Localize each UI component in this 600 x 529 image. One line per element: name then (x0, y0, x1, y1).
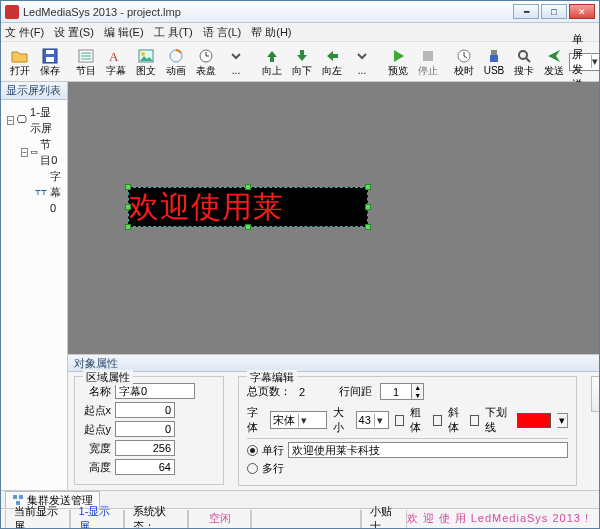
tb-open[interactable]: 打开 (5, 44, 35, 80)
save-icon (41, 48, 59, 64)
svg-text:A: A (109, 49, 119, 64)
tb-open-label: 打开 (10, 65, 30, 76)
tb-left[interactable]: 向左 (317, 44, 347, 80)
field-y[interactable] (115, 421, 175, 437)
tb-preview[interactable]: 预览 (383, 44, 413, 80)
field-x[interactable] (115, 402, 175, 418)
resize-handle[interactable] (365, 184, 371, 190)
svg-point-20 (519, 51, 527, 59)
tb-anim-label: 动画 (166, 65, 186, 76)
tree-node-screen[interactable]: − 🖵 1-显示屏 (7, 104, 61, 136)
list-icon (77, 48, 95, 64)
text-A-icon: A (107, 48, 125, 64)
status-helper[interactable]: 小贴士 (361, 510, 407, 528)
text-T-icon: ᴛᴛ (35, 184, 47, 200)
screen-tree[interactable]: − 🖵 1-显示屏 − ▭ 节目0 ᴛᴛ 字幕0 (1, 100, 67, 490)
font-combo[interactable]: 宋体▾ (270, 411, 327, 429)
size-value: 43 (359, 414, 371, 426)
app-icon (5, 5, 19, 19)
menu-setting[interactable]: 设 置(S) (54, 25, 94, 40)
open-file-button[interactable]: 打开 (591, 376, 600, 412)
tree-node-subtitle[interactable]: ᴛᴛ 字幕0 (35, 168, 61, 216)
tree-node-program[interactable]: − ▭ 节目0 (21, 136, 61, 168)
linespace-value[interactable] (381, 384, 411, 399)
chevron-down-icon (355, 48, 369, 64)
resize-handle[interactable] (245, 224, 251, 230)
tb-timing[interactable]: 校时 (449, 44, 479, 80)
size-combo[interactable]: 43▾ (356, 411, 389, 429)
resize-handle[interactable] (125, 184, 131, 190)
tb-stop[interactable]: 停止 (413, 44, 443, 80)
menu-tool[interactable]: 工 具(T) (154, 25, 193, 40)
chevron-down-icon[interactable]: ▾ (557, 413, 568, 428)
italic-check[interactable] (433, 415, 442, 426)
chevron-down-icon: ▾ (591, 55, 598, 68)
color-picker[interactable] (517, 413, 551, 428)
tb-image[interactable]: 图文 (131, 44, 161, 80)
tb-usb[interactable]: USB (479, 44, 509, 80)
tb-more-label: ... (232, 65, 240, 76)
font-value: 宋体 (273, 413, 295, 428)
resize-handle[interactable] (365, 224, 371, 230)
svg-rect-2 (46, 50, 54, 54)
resize-handle[interactable] (245, 184, 251, 190)
spin-down[interactable]: ▼ (411, 392, 423, 400)
tb-subtitle[interactable]: A字幕 (101, 44, 131, 80)
collapse-icon[interactable]: − (7, 116, 14, 125)
status-idle: 空闲 (188, 510, 250, 528)
preview-canvas[interactable]: 欢迎使用莱 (68, 82, 600, 354)
field-h[interactable] (115, 459, 175, 475)
field-name[interactable] (115, 383, 195, 399)
minimize-button[interactable]: ━ (513, 4, 539, 19)
tree-header: 显示屏列表 (1, 82, 67, 100)
clock-small-icon (456, 48, 472, 64)
tb-down[interactable]: 向下 (287, 44, 317, 80)
tb-dial[interactable]: 表盘 (191, 44, 221, 80)
tb-timing-label: 校时 (454, 65, 474, 76)
tb-program[interactable]: 节目 (71, 44, 101, 80)
resize-handle[interactable] (125, 204, 131, 210)
bold-check[interactable] (395, 415, 404, 426)
tb-down-label: 向下 (292, 65, 312, 76)
tb-more2[interactable]: ... (347, 44, 377, 80)
linespace-spin[interactable]: ▲▼ (380, 383, 424, 400)
lbl-pages: 总页数： (247, 384, 291, 399)
close-button[interactable]: ✕ (569, 4, 595, 19)
clock-icon (197, 48, 215, 64)
menu-edit[interactable]: 编 辑(E) (104, 25, 144, 40)
collapse-icon[interactable]: − (21, 148, 28, 157)
tb-up[interactable]: 向上 (257, 44, 287, 80)
field-w[interactable] (115, 440, 175, 456)
lbl-y: 起点y (83, 422, 111, 437)
spin-up[interactable]: ▲ (411, 384, 423, 392)
page-icon: ▭ (31, 144, 37, 160)
led-text-object[interactable]: 欢迎使用莱 (128, 187, 368, 227)
led-text-content: 欢迎使用莱 (129, 188, 367, 226)
underline-check[interactable] (470, 415, 479, 426)
menu-lang[interactable]: 语 言(L) (203, 25, 242, 40)
maximize-button[interactable]: □ (541, 4, 567, 19)
resize-handle[interactable] (365, 204, 371, 210)
resize-handle[interactable] (125, 224, 131, 230)
search-icon (516, 48, 532, 64)
menu-file[interactable]: 文 件(F) (5, 25, 44, 40)
menu-help[interactable]: 帮 助(H) (251, 25, 291, 40)
subtitle-group-caption: 字幕编辑 (247, 370, 297, 385)
status-screen[interactable]: 1-显示屏 (70, 510, 124, 528)
arrow-up-icon (264, 48, 280, 64)
tb-left-label: 向左 (322, 65, 342, 76)
tb-anim[interactable]: 动画 (161, 44, 191, 80)
lbl-name: 名称 (83, 384, 111, 399)
radio-single[interactable] (247, 445, 258, 456)
send-icon (546, 48, 562, 64)
folder-open-icon (11, 48, 29, 64)
tb-save[interactable]: 保存 (35, 44, 65, 80)
tb-subtitle-label: 字幕 (106, 65, 126, 76)
tb-search[interactable]: 搜卡 (509, 44, 539, 80)
send-mode-combo[interactable]: 单屏发送 ▾ (569, 53, 600, 71)
tb-more[interactable]: ... (221, 44, 251, 80)
tb-send[interactable]: 发送 (539, 44, 569, 80)
radio-multi[interactable] (247, 463, 258, 474)
single-text-input[interactable] (288, 442, 568, 458)
window-title: LedMediaSys 2013 - project.lmp (23, 6, 513, 18)
